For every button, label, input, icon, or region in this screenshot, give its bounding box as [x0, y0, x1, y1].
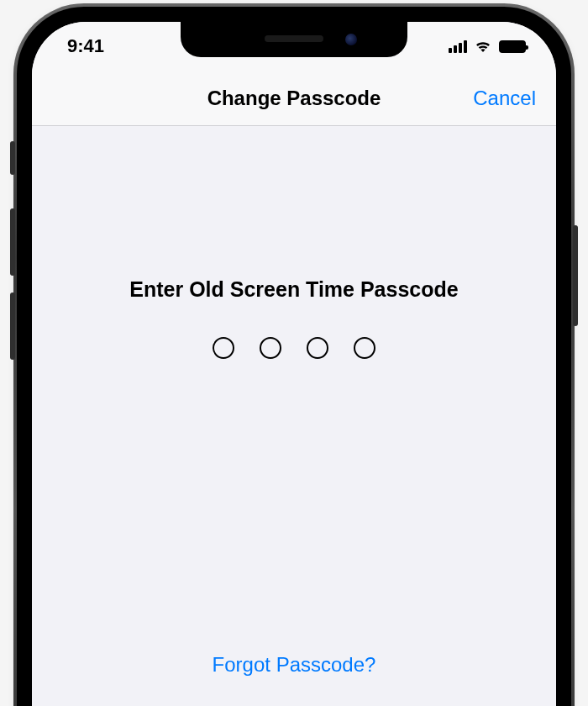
nav-bar: Change Passcode Cancel	[32, 71, 556, 126]
volume-up-button	[10, 208, 15, 276]
mute-switch	[10, 141, 15, 175]
status-time: 9:41	[67, 35, 104, 57]
screen: 9:41 Change Passcode Cancel Enter Old Sc…	[32, 22, 556, 706]
content-area: Enter Old Screen Time Passcode	[32, 126, 556, 359]
volume-down-button	[10, 292, 15, 360]
passcode-dot	[213, 337, 234, 359]
notch	[181, 22, 407, 57]
speaker-grille	[265, 35, 323, 42]
passcode-input[interactable]	[213, 337, 375, 359]
power-button	[573, 225, 578, 326]
phone-frame: 9:41 Change Passcode Cancel Enter Old Sc…	[17, 7, 571, 706]
front-camera	[345, 34, 357, 45]
cellular-signal-icon	[449, 40, 467, 53]
passcode-dot	[307, 337, 328, 359]
page-title: Change Passcode	[207, 87, 381, 110]
status-icons	[449, 40, 526, 53]
forgot-passcode-button[interactable]: Forgot Passcode?	[213, 653, 376, 677]
passcode-dot	[260, 337, 281, 359]
battery-icon	[499, 40, 526, 53]
wifi-icon	[474, 40, 492, 53]
passcode-prompt: Enter Old Screen Time Passcode	[129, 277, 458, 302]
passcode-dot	[354, 337, 375, 359]
cancel-button[interactable]: Cancel	[473, 87, 536, 110]
